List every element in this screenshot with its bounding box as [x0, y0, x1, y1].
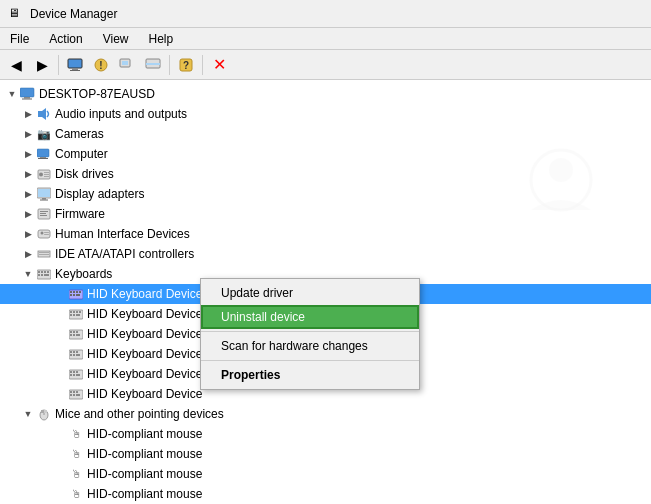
icon-mouse4: 🖱 — [68, 486, 84, 502]
menu-help[interactable]: Help — [139, 30, 184, 48]
svg-rect-39 — [39, 252, 49, 253]
icon-mouse1: 🖱 — [68, 426, 84, 442]
context-update-driver[interactable]: Update driver — [201, 281, 419, 305]
tree-disk[interactable]: ▶ Disk drives — [0, 164, 651, 184]
tree-hid[interactable]: ▶ Human Interface Devices — [0, 224, 651, 244]
svg-rect-25 — [44, 176, 49, 177]
svg-rect-75 — [73, 351, 75, 353]
expander-firmware[interactable]: ▶ — [20, 206, 36, 222]
svg-rect-77 — [70, 354, 72, 356]
toolbar-sep-3 — [202, 55, 203, 75]
svg-rect-74 — [70, 351, 72, 353]
toolbar-forward[interactable]: ▶ — [30, 54, 54, 76]
context-menu: Update driver Uninstall device Scan for … — [200, 278, 420, 390]
display-label: Display adapters — [55, 187, 144, 201]
ide-label: IDE ATA/ATAPI controllers — [55, 247, 194, 261]
toolbar-refresh[interactable] — [115, 54, 139, 76]
menu-action[interactable]: Action — [39, 30, 92, 48]
svg-rect-72 — [76, 334, 80, 336]
tree-mouse4[interactable]: 🖱 HID-compliant mouse — [0, 484, 651, 504]
svg-rect-85 — [73, 374, 75, 376]
menu-view[interactable]: View — [93, 30, 139, 48]
tree-root[interactable]: ▼ DESKTOP-87EAUSD — [0, 84, 651, 104]
icon-disk — [36, 166, 52, 182]
svg-rect-15 — [22, 99, 32, 100]
tree-mouse2[interactable]: 🖱 HID-compliant mouse — [0, 444, 651, 464]
svg-rect-67 — [70, 331, 72, 333]
svg-rect-23 — [44, 172, 49, 173]
tree-audio[interactable]: ▶ Audio inputs and outputs — [0, 104, 651, 124]
svg-rect-63 — [70, 314, 72, 316]
tree-ide[interactable]: ▶ IDE ATA/ATAPI controllers — [0, 244, 651, 264]
svg-rect-0 — [68, 59, 82, 68]
svg-rect-6 — [122, 61, 128, 65]
expander-keyboards[interactable]: ▼ — [20, 266, 36, 282]
svg-rect-95 — [41, 410, 44, 413]
svg-rect-42 — [38, 271, 40, 273]
tree-mouse3[interactable]: 🖱 HID-compliant mouse — [0, 464, 651, 484]
svg-rect-31 — [40, 211, 48, 212]
icon-hid — [36, 226, 52, 242]
toolbar-delete[interactable]: ✕ — [207, 54, 231, 76]
expander-root[interactable]: ▼ — [4, 86, 20, 102]
svg-rect-57 — [76, 294, 80, 296]
context-separator — [201, 331, 419, 332]
toolbar-help[interactable]: ? — [174, 54, 198, 76]
tree-mice[interactable]: ▼ Mice and other pointing devices — [0, 404, 651, 424]
svg-point-35 — [41, 232, 44, 235]
svg-rect-92 — [73, 394, 75, 396]
toolbar-computer[interactable] — [63, 54, 87, 76]
context-properties[interactable]: Properties — [201, 363, 419, 387]
expander-hid[interactable]: ▶ — [20, 226, 36, 242]
expander-audio[interactable]: ▶ — [20, 106, 36, 122]
expander-mice[interactable]: ▼ — [20, 406, 36, 422]
svg-rect-46 — [38, 274, 40, 276]
hid-label: Human Interface Devices — [55, 227, 190, 241]
svg-rect-14 — [24, 97, 30, 99]
menu-file[interactable]: File — [0, 30, 39, 48]
expander-ide[interactable]: ▶ — [20, 246, 36, 262]
expander-cameras[interactable]: ▶ — [20, 126, 36, 142]
svg-rect-24 — [44, 174, 49, 175]
tree-computer[interactable]: ▶ Computer — [0, 144, 651, 164]
svg-rect-64 — [73, 314, 75, 316]
svg-rect-49 — [47, 274, 49, 276]
mouse1-label: HID-compliant mouse — [87, 427, 202, 441]
tree-mouse1[interactable]: 🖱 HID-compliant mouse — [0, 424, 651, 444]
svg-rect-47 — [41, 274, 43, 276]
tree-display[interactable]: ▶ Display adapters — [0, 184, 651, 204]
toolbar-scan[interactable] — [141, 54, 165, 76]
hid-kbd6-label: HID Keyboard Device — [87, 387, 202, 401]
svg-rect-88 — [70, 391, 72, 393]
hid-kbd4-label: HID Keyboard Device — [87, 347, 202, 361]
toolbar-sep-2 — [169, 55, 170, 75]
svg-rect-40 — [39, 254, 49, 255]
expander-disk[interactable]: ▶ — [20, 166, 36, 182]
toolbar-back[interactable]: ◀ — [4, 54, 28, 76]
svg-rect-45 — [47, 271, 49, 273]
hid-kbd2-label: HID Keyboard Device — [87, 307, 202, 321]
svg-rect-65 — [76, 314, 80, 316]
svg-rect-86 — [76, 374, 80, 376]
expander-display[interactable]: ▶ — [20, 186, 36, 202]
expander-computer[interactable]: ▶ — [20, 146, 36, 162]
context-uninstall-device[interactable]: Uninstall device — [201, 305, 419, 329]
svg-rect-90 — [76, 391, 78, 393]
keyboards-label: Keyboards — [55, 267, 112, 281]
tree-firmware[interactable]: ▶ Firmware — [0, 204, 651, 224]
icon-mouse3: 🖱 — [68, 466, 84, 482]
svg-point-22 — [39, 173, 43, 177]
mouse2-label: HID-compliant mouse — [87, 447, 202, 461]
toolbar-props[interactable]: ! — [89, 54, 113, 76]
root-label: DESKTOP-87EAUSD — [39, 87, 155, 101]
tree-view[interactable]: ▼ DESKTOP-87EAUSD ▶ Audio inputs and — [0, 80, 651, 504]
icon-hid-kbd1 — [68, 286, 84, 302]
icon-mouse2: 🖱 — [68, 446, 84, 462]
svg-text:!: ! — [99, 60, 102, 71]
context-scan[interactable]: Scan for hardware changes — [201, 334, 419, 358]
icon-hid-kbd4 — [68, 346, 84, 362]
icon-mice — [36, 406, 52, 422]
svg-rect-71 — [73, 334, 75, 336]
svg-rect-18 — [37, 149, 49, 157]
tree-cameras[interactable]: ▶ 📷 Cameras — [0, 124, 651, 144]
